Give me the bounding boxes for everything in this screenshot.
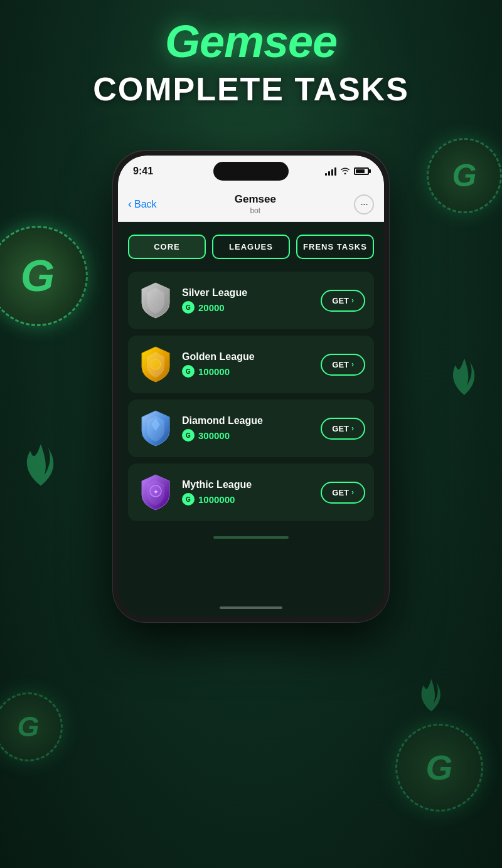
gold-reward-amount: 100000 (198, 366, 230, 377)
tab-leagues[interactable]: LEAGUES (212, 235, 290, 259)
svg-point-0 (151, 359, 161, 369)
gold-league-reward: G 100000 (182, 365, 313, 378)
league-card-mythic: ✦ Mythic League G 1000000 GET (128, 463, 374, 521)
back-button[interactable]: ‹ Back (128, 198, 157, 211)
mythic-league-reward: G 1000000 (182, 493, 313, 505)
gold-badge-icon (137, 346, 174, 383)
mythic-reward-amount: 1000000 (198, 494, 235, 505)
status-time: 9:41 (133, 166, 153, 177)
battery-icon (354, 167, 369, 175)
arrow-icon: › (351, 424, 354, 433)
diamond-badge-icon (137, 410, 174, 447)
gem-icon-mythic: G (182, 493, 195, 505)
arrow-icon: › (351, 296, 354, 305)
app-content: CORE LEAGUES FRENS TASKS (118, 222, 384, 598)
gem-icon-gold: G (182, 365, 195, 378)
phone-mockup: 9:41 (113, 151, 389, 622)
diamond-reward-amount: 300000 (198, 430, 230, 441)
league-list: Silver League G 20000 GET › (128, 272, 374, 521)
diamond-league-info: Diamond League G 300000 (182, 415, 313, 442)
silver-league-reward: G 20000 (182, 301, 313, 314)
gem-icon: G (182, 301, 195, 314)
logo: Gemsee (0, 19, 502, 64)
gold-get-button[interactable]: GET › (321, 354, 365, 376)
gold-league-name: Golden League (182, 351, 313, 363)
diamond-league-reward: G 300000 (182, 429, 313, 442)
logo-text: Gemsee (165, 16, 337, 66)
page-header: Gemsee COMPLETE TASKS (0, 0, 502, 108)
league-card-diamond: Diamond League G 300000 GET › (128, 400, 374, 457)
tagline: COMPLETE TASKS (0, 70, 502, 108)
nav-subtitle: bot (157, 206, 354, 215)
silver-badge-icon (137, 282, 174, 319)
nav-title-block: Gemsee bot (157, 193, 354, 214)
gem-icon-diamond: G (182, 429, 195, 442)
mythic-league-info: Mythic League G 1000000 (182, 479, 313, 505)
more-button[interactable]: ··· (354, 194, 374, 214)
bottom-separator (213, 536, 289, 539)
status-bar: 9:41 (118, 156, 384, 187)
league-card-silver: Silver League G 20000 GET › (128, 272, 374, 329)
wifi-icon (340, 167, 350, 176)
arrow-icon: › (351, 360, 354, 369)
mythic-league-name: Mythic League (182, 479, 313, 490)
dynamic-island (213, 162, 289, 181)
nav-bar: ‹ Back Gemsee bot ··· (118, 187, 384, 222)
home-indicator (220, 606, 282, 609)
diamond-league-name: Diamond League (182, 415, 313, 426)
mythic-get-button[interactable]: GET › (321, 482, 365, 504)
diamond-get-button[interactable]: GET › (321, 418, 365, 440)
phone-outer: 9:41 (113, 151, 389, 622)
nav-title: Gemsee (157, 193, 354, 206)
svg-text:✦: ✦ (153, 489, 159, 495)
signal-icon (325, 167, 336, 176)
status-icons (325, 167, 369, 176)
phone-inner: 9:41 (118, 156, 384, 617)
tab-core[interactable]: CORE (128, 235, 206, 259)
tab-frens-tasks[interactable]: FRENS TASKS (296, 235, 374, 259)
silver-get-button[interactable]: GET › (321, 290, 365, 312)
silver-league-info: Silver League G 20000 (182, 287, 313, 314)
league-card-gold: Golden League G 100000 GET › (128, 336, 374, 393)
chevron-left-icon: ‹ (128, 198, 132, 211)
arrow-icon: › (351, 488, 354, 497)
back-label: Back (134, 199, 157, 210)
gold-league-info: Golden League G 100000 (182, 351, 313, 378)
silver-league-name: Silver League (182, 287, 313, 299)
mythic-badge-icon: ✦ (137, 474, 174, 511)
tab-bar: CORE LEAGUES FRENS TASKS (128, 235, 374, 259)
silver-reward-amount: 20000 (198, 302, 225, 313)
phone-bottom (118, 598, 384, 617)
